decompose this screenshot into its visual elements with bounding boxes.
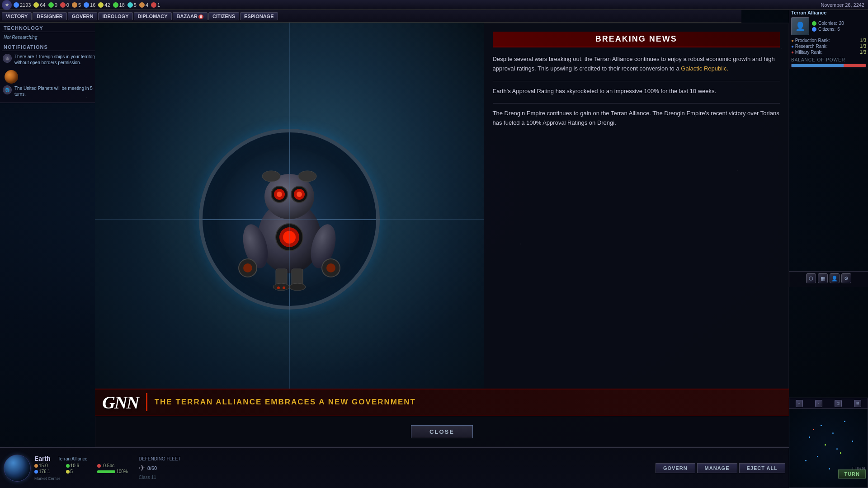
notifications-title: Notifications <box>2 43 97 51</box>
resource-r5: 16 <box>84 2 95 8</box>
stat-treasury: -0.5bc <box>97 463 128 468</box>
nav-diplomacy[interactable]: Diplomacy <box>134 12 172 20</box>
stat-production: 15.0 <box>34 463 65 468</box>
expand-icon[interactable]: ⊞ <box>854 400 861 407</box>
zoom-in-icon[interactable]: + <box>796 400 803 407</box>
gnn-headline: The Terran Alliance embraces a new gover… <box>155 398 416 407</box>
technology-status: Not Researching <box>2 34 97 41</box>
stat-citizens: 5 <box>66 469 97 474</box>
news-paragraph-2: Earth's Approval Rating has skyrocketed … <box>493 87 780 96</box>
r3-icon <box>60 2 66 8</box>
nav-bazaar[interactable]: Bazaar6 <box>173 12 208 20</box>
map-icon[interactable]: ▦ <box>818 273 828 283</box>
market-center-label: Market Center <box>34 476 60 481</box>
production-value: 15.0 <box>39 463 47 468</box>
r8-icon <box>127 2 133 8</box>
svg-point-17 <box>262 171 280 182</box>
r4-icon <box>72 2 77 8</box>
ranks-section: ● Production Rank: 1/3 ● Research Rank: … <box>791 38 866 55</box>
military-rank-value: 1/3 <box>860 50 866 55</box>
r1-icon <box>33 2 39 8</box>
svg-point-7 <box>297 192 302 197</box>
production-rank-row: ● Production Rank: 1/3 <box>791 38 866 43</box>
planet-name: Earth <box>34 455 51 462</box>
r9-icon <box>139 2 145 8</box>
resource-r2: 0 <box>48 2 57 8</box>
zoom-out-icon[interactable]: - <box>815 400 822 407</box>
people-icon[interactable]: 👤 <box>830 273 840 283</box>
notif-text-1: There are 1 foreign ships in your territ… <box>14 54 96 66</box>
nav-espionage[interactable]: Espionage <box>240 12 278 20</box>
citizens-icon <box>812 27 816 32</box>
bottom-icons-row: ⬡ ▦ 👤 ⚙ <box>791 273 866 283</box>
notification-2[interactable]: 🌐 The United Planets will be meeting in … <box>2 84 97 98</box>
nav-govern[interactable]: Govern <box>68 12 98 20</box>
approval-value: 100% <box>116 469 128 474</box>
minimap: + - ◎ ⊞ Turn Turn <box>789 398 868 488</box>
balance-of-power-section: Balance of Power <box>791 57 866 67</box>
resource-r9: 4 <box>139 2 148 8</box>
svg-point-22 <box>289 283 306 291</box>
nav-designer[interactable]: Designer <box>33 12 66 20</box>
technology-section-title: Technology <box>2 24 97 32</box>
planet-faction: Terran Alliance <box>58 456 88 461</box>
top-bar: ★ 2193 64 0 0 5 16 42 <box>0 0 868 10</box>
notification-1[interactable]: ⚠ There are 1 foreign ships in your terr… <box>2 53 97 66</box>
govern-button[interactable]: Govern <box>656 463 695 473</box>
end-turn-button[interactable]: Turn <box>838 469 866 479</box>
balance-label: Balance of Power <box>791 57 866 62</box>
minimap-dot-enemy <box>813 429 814 430</box>
minimap-dot-ally <box>825 444 826 446</box>
minimap-dot <box>805 460 807 461</box>
news-title: Breaking News <box>500 34 773 44</box>
planet-globe <box>4 455 31 482</box>
research-rank-value: 1/3 <box>860 44 866 49</box>
game-logo: ★ <box>2 0 12 10</box>
civ-profile: 👤 Colonies: 20 Citizens: 6 <box>791 17 866 35</box>
production-icon <box>34 464 38 468</box>
manage-button[interactable]: Manage <box>697 463 737 473</box>
military-rank-label: ● Military Rank: <box>791 50 822 55</box>
citizens-stat-value: 5 <box>71 469 73 474</box>
research-rank-row: ● Research Rank: 1/3 <box>791 44 866 49</box>
resource-r1: 64 <box>33 2 45 8</box>
bottom-buttons: Govern Manage Eject All <box>656 463 785 473</box>
nav-ideology[interactable]: Ideology <box>98 12 132 20</box>
close-button[interactable]: Close <box>411 425 473 438</box>
nav-victory[interactable]: Victory <box>2 12 32 20</box>
minimap-dot <box>832 432 834 434</box>
hexmap-icon[interactable]: ⬡ <box>806 273 816 283</box>
pop-value: 176.1 <box>39 469 50 474</box>
planet-details: Earth Terran Alliance 15.0 10.6 -0.5bc 1… <box>34 455 128 481</box>
colonies-value: 20 <box>839 21 844 26</box>
resource-r7: 18 <box>113 2 125 8</box>
dialog-close-area: Close <box>95 416 789 447</box>
game-date: November 26, 2242 <box>821 2 864 8</box>
civ-avatar: 👤 <box>791 17 809 35</box>
military-rank-row: ● Military Rank: 1/3 <box>791 50 866 55</box>
colonies-stat: Colonies: 20 <box>812 21 844 26</box>
notif-icon-1: ⚠ <box>3 54 12 63</box>
frame-line-v <box>289 23 290 416</box>
civ-name: Terran Alliance <box>791 10 866 15</box>
nav-citizens[interactable]: Citizens <box>208 12 239 20</box>
minimap-dot <box>817 456 818 457</box>
gnn-dialog: Breaking News Despite several wars break… <box>95 23 789 447</box>
treasury-value: -0.5bc <box>102 463 114 468</box>
svg-point-6 <box>277 192 282 197</box>
resource-r8: 5 <box>127 2 137 8</box>
svg-point-23 <box>277 286 280 289</box>
eject-all-button[interactable]: Eject All <box>739 463 786 473</box>
fleet-section: Defending Fleet ✈ 8/60 Class 11 <box>139 456 181 480</box>
svg-point-13 <box>243 263 252 272</box>
planet-stats: 15.0 10.6 -0.5bc 176.1 5 100% <box>34 463 128 474</box>
bottom-bar: Earth Terran Alliance 15.0 10.6 -0.5bc 1… <box>0 447 789 488</box>
planet-thumbnail-1 <box>5 70 18 84</box>
approval-bar <box>97 470 115 473</box>
recenter-icon[interactable]: ◎ <box>835 400 842 407</box>
minimap-dot <box>829 468 830 469</box>
stat-approval: 100% <box>97 469 128 474</box>
research-value: 10.6 <box>71 463 79 468</box>
settings-icon[interactable]: ⚙ <box>841 273 851 283</box>
minimap-dot <box>821 425 822 426</box>
